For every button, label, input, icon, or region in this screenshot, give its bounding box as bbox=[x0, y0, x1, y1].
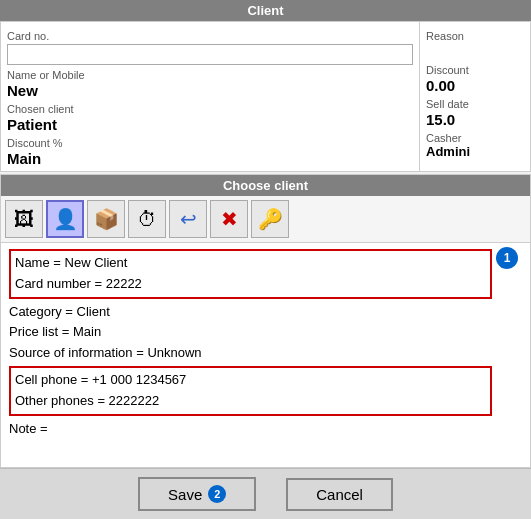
sell-date-value: 15.0 bbox=[426, 111, 524, 128]
client-toolbar: 🖼 👤 📦 ⏱ ↩ ✖ 🔑 bbox=[1, 196, 530, 243]
reason-label: Reason bbox=[426, 30, 524, 42]
clock-button[interactable]: ⏱ bbox=[128, 200, 166, 238]
name-line: Name = New Client bbox=[15, 253, 486, 274]
name-key: Name bbox=[15, 255, 50, 270]
otherphones-key: Other phones bbox=[15, 393, 94, 408]
delete-button[interactable]: ✖ bbox=[210, 200, 248, 238]
category-key: Category bbox=[9, 304, 62, 319]
note-key: Note bbox=[9, 421, 36, 436]
cellphone-line: Cell phone = +1 000 1234567 bbox=[15, 370, 486, 391]
card-key: Card number bbox=[15, 276, 91, 291]
arrow-button[interactable]: ↩ bbox=[169, 200, 207, 238]
otherphones-val: 2222222 bbox=[109, 393, 160, 408]
name-mobile-value: New bbox=[7, 82, 413, 99]
arrow-icon: ↩ bbox=[180, 207, 197, 231]
box-icon: 📦 bbox=[94, 207, 119, 231]
delete-icon: ✖ bbox=[221, 207, 238, 231]
pricelist-line: Price list = Main bbox=[9, 322, 522, 343]
casher-label: Casher bbox=[426, 132, 524, 144]
save-button[interactable]: Save 2 bbox=[138, 477, 256, 511]
card-no-label: Card no. bbox=[7, 30, 413, 42]
person-icon: 👤 bbox=[53, 207, 78, 231]
cellphone-key: Cell phone bbox=[15, 372, 77, 387]
key-icon: 🔑 bbox=[258, 207, 283, 231]
photo-icon: 🖼 bbox=[14, 208, 34, 231]
chosen-client-value: Patient bbox=[7, 116, 413, 133]
sell-date-label: Sell date bbox=[426, 98, 524, 110]
client-section-header: Client bbox=[0, 0, 531, 21]
info-badge: 1 bbox=[496, 247, 518, 269]
card-no-input[interactable] bbox=[7, 44, 413, 65]
right-discount-value: 0.00 bbox=[426, 77, 524, 94]
source-line: Source of information = Unknown bbox=[9, 343, 522, 364]
cancel-label: Cancel bbox=[316, 486, 363, 503]
choose-client-header: Choose client bbox=[1, 175, 530, 196]
key-button[interactable]: 🔑 bbox=[251, 200, 289, 238]
card-line: Card number = 22222 bbox=[15, 274, 486, 295]
source-val: Unknown bbox=[147, 345, 201, 360]
otherphones-line: Other phones = 2222222 bbox=[15, 391, 486, 412]
cancel-button[interactable]: Cancel bbox=[286, 478, 393, 511]
client-info-area: 1 Name = New Client Card number = 22222 … bbox=[1, 243, 530, 467]
photo-button[interactable]: 🖼 bbox=[5, 200, 43, 238]
pricelist-val: Main bbox=[73, 324, 101, 339]
save-label: Save bbox=[168, 486, 202, 503]
right-discount-label: Discount bbox=[426, 64, 524, 76]
cellphone-val: +1 000 1234567 bbox=[92, 372, 186, 387]
card-val: 22222 bbox=[106, 276, 142, 291]
discount-value: Main bbox=[7, 150, 413, 167]
box-button[interactable]: 📦 bbox=[87, 200, 125, 238]
name-mobile-label: Name or Mobile bbox=[7, 69, 413, 81]
clock-icon: ⏱ bbox=[137, 208, 157, 231]
category-val: Client bbox=[77, 304, 110, 319]
save-badge: 2 bbox=[208, 485, 226, 503]
person-button[interactable]: 👤 bbox=[46, 200, 84, 238]
category-line: Category = Client bbox=[9, 302, 522, 323]
note-line: Note = bbox=[9, 419, 522, 440]
pricelist-key: Price list bbox=[9, 324, 58, 339]
chosen-client-label: Chosen client bbox=[7, 103, 413, 115]
bottom-bar: Save 2 Cancel bbox=[0, 468, 531, 519]
discount-label: Discount % bbox=[7, 137, 413, 149]
name-val: New Client bbox=[65, 255, 128, 270]
casher-value: Admini bbox=[426, 144, 524, 159]
source-key: Source of information bbox=[9, 345, 133, 360]
